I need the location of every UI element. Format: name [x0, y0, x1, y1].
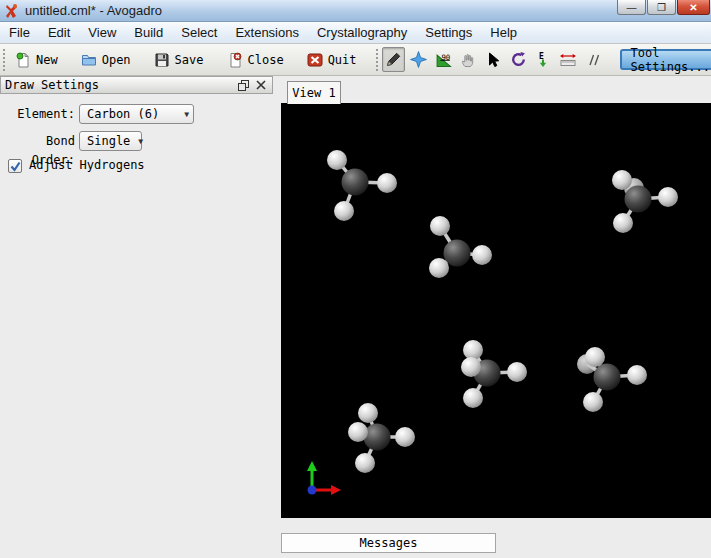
quit-button[interactable]: Quit: [300, 49, 364, 71]
manipulate-tool-button[interactable]: [457, 47, 480, 72]
align-tool-button[interactable]: [582, 47, 605, 72]
toolbar-grip-2[interactable]: [376, 49, 378, 71]
align-lines-icon: [585, 52, 601, 68]
pencil-icon: [385, 51, 402, 68]
navigate-tool-button[interactable]: [407, 47, 430, 72]
angle-90-icon: 90: [435, 51, 452, 68]
toolbar-grip[interactable]: [3, 49, 5, 71]
chevron-down-icon: ▼: [130, 137, 143, 146]
float-panel-icon[interactable]: [236, 79, 250, 91]
menu-file[interactable]: File: [0, 23, 39, 42]
methane-molecule-3[interactable]: [429, 216, 492, 278]
view-tab-label: View 1: [292, 86, 335, 100]
close-button[interactable]: Close: [220, 49, 291, 71]
menu-view[interactable]: View: [79, 23, 125, 42]
close-document-icon: [227, 52, 243, 68]
new-document-icon: [15, 52, 31, 68]
title-bar: untitled.cml* - Avogadro —❐✕: [0, 0, 711, 22]
tool-settings-label: Tool Settings...: [631, 46, 710, 74]
close-button-label: Close: [248, 53, 284, 67]
axis-indicator: [307, 461, 341, 495]
save-button[interactable]: Save: [147, 49, 211, 71]
measure-tool-button[interactable]: [557, 47, 580, 72]
hand-icon: [460, 52, 476, 68]
close-button[interactable]: ✕: [677, 0, 710, 15]
new-button[interactable]: New: [8, 49, 65, 71]
methane-molecule-5[interactable]: [577, 347, 647, 412]
methane-molecule-4[interactable]: [461, 340, 527, 408]
quit-icon: [307, 52, 323, 68]
menu-help[interactable]: Help: [481, 23, 526, 42]
cursor-arrow-icon: [485, 52, 501, 68]
quit-button-label: Quit: [328, 53, 357, 67]
new-button-label: New: [36, 53, 58, 67]
draw-settings-panel: Draw Settings Element: Carbon (6) ▼ Bond…: [0, 76, 278, 558]
element-value: Carbon (6): [87, 107, 159, 121]
draw-tool-button[interactable]: [382, 47, 405, 72]
element-label: Element:: [3, 105, 75, 124]
methane-molecule-6[interactable]: [348, 403, 415, 473]
draw-settings-title: Draw Settings: [5, 78, 232, 92]
ruler-icon: [559, 52, 577, 68]
tab-view-1[interactable]: View 1: [287, 81, 341, 104]
tool-settings-button[interactable]: Tool Settings...: [620, 49, 711, 70]
bond-order-value: Single: [87, 134, 130, 148]
chevron-down-icon: ▼: [176, 110, 189, 119]
file-toolbar: NewOpenSaveCloseQuit: [8, 49, 373, 71]
rotate-icon: [510, 51, 527, 68]
auto-rotate-tool-button[interactable]: [507, 47, 530, 72]
messages-tab-label: Messages: [360, 536, 418, 550]
menu-build[interactable]: Build: [125, 23, 172, 42]
tool-buttons: 90E: [381, 47, 606, 72]
open-button-label: Open: [102, 53, 131, 67]
open-button[interactable]: Open: [74, 49, 138, 71]
menubar: FileEditViewBuildSelectExtensionsCrystal…: [0, 22, 711, 44]
menu-crystallography[interactable]: Crystallography: [308, 23, 416, 42]
bond-order-combobox[interactable]: Single ▼: [79, 131, 142, 151]
adjust-hydrogens-checkbox[interactable]: [8, 159, 22, 173]
menu-extensions[interactable]: Extensions: [226, 23, 308, 42]
methane-molecule-1[interactable]: [327, 150, 397, 221]
toolbar: NewOpenSaveCloseQuit 90E Tool Settings..…: [0, 44, 711, 76]
close-panel-icon[interactable]: [254, 79, 268, 91]
maximize-button[interactable]: ❐: [647, 0, 676, 15]
element-combobox[interactable]: Carbon (6) ▼: [79, 104, 194, 124]
auto-optimize-tool-button[interactable]: E: [532, 47, 555, 72]
adjust-hydrogens-label: Adjust Hydrogens: [29, 158, 145, 172]
avogadro-app-icon: [4, 3, 20, 19]
open-folder-icon: [81, 52, 97, 68]
bond-centric-tool-button[interactable]: 90: [432, 47, 455, 72]
optimize-e-icon: E: [535, 52, 551, 68]
save-button-label: Save: [175, 53, 204, 67]
window-title: untitled.cml* - Avogadro: [25, 3, 162, 18]
minimize-button[interactable]: —: [617, 0, 646, 15]
draw-settings-header[interactable]: Draw Settings: [0, 76, 273, 94]
menu-select[interactable]: Select: [172, 23, 226, 42]
menu-edit[interactable]: Edit: [39, 23, 79, 42]
methane-molecule-2[interactable]: [612, 170, 678, 233]
navigate-star-icon: [410, 51, 427, 68]
menu-settings[interactable]: Settings: [416, 23, 481, 42]
window-controls: —❐✕: [617, 0, 710, 15]
selection-tool-button[interactable]: [482, 47, 505, 72]
check-icon: [10, 161, 21, 172]
save-floppy-icon: [154, 52, 170, 68]
molecule-scene: [327, 150, 678, 473]
gl-viewport[interactable]: [281, 103, 711, 518]
tab-messages[interactable]: Messages: [281, 533, 496, 553]
